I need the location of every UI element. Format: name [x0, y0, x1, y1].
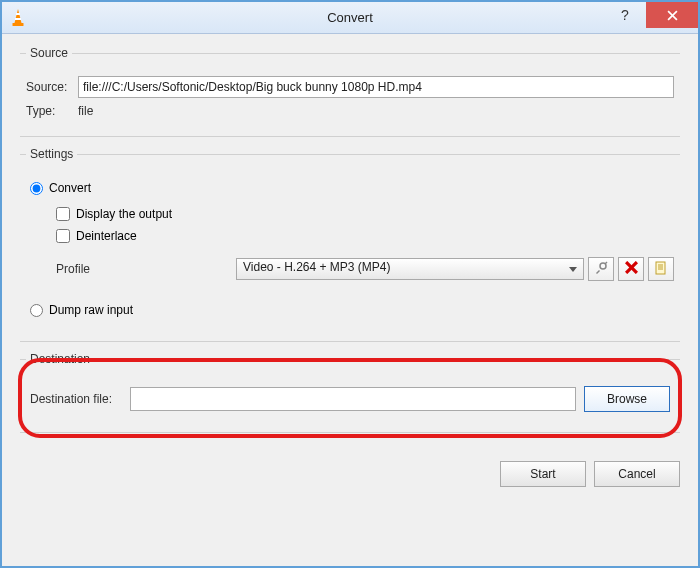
deinterlace-label: Deinterlace: [76, 229, 137, 243]
destination-file-input[interactable]: [130, 387, 576, 411]
svg-rect-2: [15, 18, 21, 20]
cancel-button[interactable]: Cancel: [594, 461, 680, 487]
display-output-row[interactable]: Display the output: [56, 207, 674, 221]
display-output-checkbox[interactable]: [56, 207, 70, 221]
svg-rect-1: [16, 13, 20, 15]
svg-line-7: [605, 262, 607, 264]
dump-raw-radio[interactable]: [30, 304, 43, 317]
source-legend: Source: [26, 46, 72, 60]
svg-rect-3: [13, 23, 24, 26]
svg-rect-10: [656, 262, 665, 274]
tools-icon: [594, 261, 608, 278]
convert-radio-label: Convert: [49, 181, 91, 195]
destination-file-label: Destination file:: [30, 392, 130, 406]
source-input[interactable]: [78, 76, 674, 98]
edit-profile-button[interactable]: [588, 257, 614, 281]
start-button[interactable]: Start: [500, 461, 586, 487]
type-label: Type:: [26, 104, 78, 118]
destination-group: Destination Destination file: Browse: [20, 352, 680, 433]
profile-label: Profile: [56, 262, 236, 276]
svg-marker-0: [15, 9, 22, 23]
titlebar: Convert ?: [2, 2, 698, 34]
destination-legend: Destination: [26, 352, 94, 366]
delete-profile-button[interactable]: [618, 257, 644, 281]
convert-dialog: Convert ? Source Source: Ty: [2, 2, 698, 566]
type-value: file: [78, 104, 93, 118]
profile-select[interactable]: Video - H.264 + MP3 (MP4): [236, 258, 584, 280]
settings-group: Settings Convert Display the output Dein…: [20, 147, 680, 342]
settings-legend: Settings: [26, 147, 77, 161]
window-title: Convert: [2, 10, 698, 25]
close-button[interactable]: [646, 2, 698, 28]
profile-selected-value: Video - H.264 + MP3 (MP4): [243, 260, 391, 274]
source-group: Source Source: Type: file: [20, 46, 680, 137]
new-profile-button[interactable]: [648, 257, 674, 281]
deinterlace-row[interactable]: Deinterlace: [56, 229, 674, 243]
help-button[interactable]: ?: [604, 2, 646, 28]
delete-x-icon: [625, 261, 638, 277]
deinterlace-checkbox[interactable]: [56, 229, 70, 243]
convert-radio[interactable]: [30, 182, 43, 195]
dump-raw-radio-row[interactable]: Dump raw input: [30, 303, 674, 317]
new-document-icon: [654, 261, 668, 278]
browse-button[interactable]: Browse: [584, 386, 670, 412]
vlc-cone-icon: [8, 8, 28, 28]
convert-radio-row[interactable]: Convert: [30, 181, 674, 195]
dump-raw-label: Dump raw input: [49, 303, 133, 317]
source-label: Source:: [26, 80, 78, 94]
display-output-label: Display the output: [76, 207, 172, 221]
